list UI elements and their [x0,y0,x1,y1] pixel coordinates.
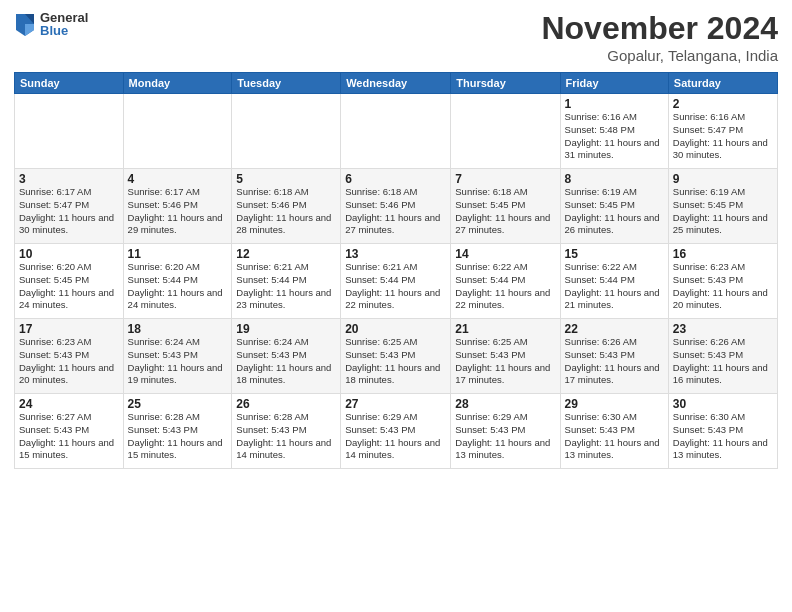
day-info: Sunrise: 6:22 AM Sunset: 5:44 PM Dayligh… [455,261,555,312]
svg-marker-2 [25,24,34,36]
day-number: 28 [455,397,555,411]
calendar-cell: 19Sunrise: 6:24 AM Sunset: 5:43 PM Dayli… [232,319,341,394]
weekday-header-row: SundayMondayTuesdayWednesdayThursdayFrid… [15,73,778,94]
calendar-cell: 8Sunrise: 6:19 AM Sunset: 5:45 PM Daylig… [560,169,668,244]
calendar-cell: 1Sunrise: 6:16 AM Sunset: 5:48 PM Daylig… [560,94,668,169]
day-info: Sunrise: 6:29 AM Sunset: 5:43 PM Dayligh… [345,411,446,462]
day-number: 9 [673,172,773,186]
day-number: 7 [455,172,555,186]
day-info: Sunrise: 6:19 AM Sunset: 5:45 PM Dayligh… [565,186,664,237]
day-number: 23 [673,322,773,336]
calendar-cell: 5Sunrise: 6:18 AM Sunset: 5:46 PM Daylig… [232,169,341,244]
week-row-3: 17Sunrise: 6:23 AM Sunset: 5:43 PM Dayli… [15,319,778,394]
day-number: 6 [345,172,446,186]
day-info: Sunrise: 6:26 AM Sunset: 5:43 PM Dayligh… [565,336,664,387]
day-info: Sunrise: 6:25 AM Sunset: 5:43 PM Dayligh… [345,336,446,387]
day-number: 3 [19,172,119,186]
calendar-cell: 30Sunrise: 6:30 AM Sunset: 5:43 PM Dayli… [668,394,777,469]
logo: General Blue [14,10,88,38]
calendar-cell: 16Sunrise: 6:23 AM Sunset: 5:43 PM Dayli… [668,244,777,319]
day-info: Sunrise: 6:19 AM Sunset: 5:45 PM Dayligh… [673,186,773,237]
day-info: Sunrise: 6:21 AM Sunset: 5:44 PM Dayligh… [345,261,446,312]
day-number: 29 [565,397,664,411]
day-info: Sunrise: 6:21 AM Sunset: 5:44 PM Dayligh… [236,261,336,312]
calendar-cell: 13Sunrise: 6:21 AM Sunset: 5:44 PM Dayli… [341,244,451,319]
day-info: Sunrise: 6:23 AM Sunset: 5:43 PM Dayligh… [673,261,773,312]
week-row-1: 3Sunrise: 6:17 AM Sunset: 5:47 PM Daylig… [15,169,778,244]
day-number: 13 [345,247,446,261]
calendar-cell: 21Sunrise: 6:25 AM Sunset: 5:43 PM Dayli… [451,319,560,394]
weekday-header-monday: Monday [123,73,232,94]
day-number: 21 [455,322,555,336]
title-block: November 2024 Gopalur, Telangana, India [541,10,778,64]
day-number: 27 [345,397,446,411]
week-row-4: 24Sunrise: 6:27 AM Sunset: 5:43 PM Dayli… [15,394,778,469]
calendar-body: 1Sunrise: 6:16 AM Sunset: 5:48 PM Daylig… [15,94,778,469]
calendar-cell: 9Sunrise: 6:19 AM Sunset: 5:45 PM Daylig… [668,169,777,244]
calendar-cell [232,94,341,169]
weekday-header-tuesday: Tuesday [232,73,341,94]
day-info: Sunrise: 6:30 AM Sunset: 5:43 PM Dayligh… [673,411,773,462]
calendar-cell: 14Sunrise: 6:22 AM Sunset: 5:44 PM Dayli… [451,244,560,319]
day-info: Sunrise: 6:18 AM Sunset: 5:45 PM Dayligh… [455,186,555,237]
day-info: Sunrise: 6:20 AM Sunset: 5:44 PM Dayligh… [128,261,228,312]
day-info: Sunrise: 6:23 AM Sunset: 5:43 PM Dayligh… [19,336,119,387]
day-info: Sunrise: 6:27 AM Sunset: 5:43 PM Dayligh… [19,411,119,462]
weekday-header-saturday: Saturday [668,73,777,94]
calendar-cell: 2Sunrise: 6:16 AM Sunset: 5:47 PM Daylig… [668,94,777,169]
day-number: 12 [236,247,336,261]
day-number: 1 [565,97,664,111]
header: General Blue November 2024 Gopalur, Tela… [14,10,778,64]
calendar-cell [15,94,124,169]
day-number: 20 [345,322,446,336]
day-info: Sunrise: 6:30 AM Sunset: 5:43 PM Dayligh… [565,411,664,462]
day-number: 18 [128,322,228,336]
day-info: Sunrise: 6:22 AM Sunset: 5:44 PM Dayligh… [565,261,664,312]
calendar-cell: 24Sunrise: 6:27 AM Sunset: 5:43 PM Dayli… [15,394,124,469]
page: General Blue November 2024 Gopalur, Tela… [0,0,792,612]
day-number: 8 [565,172,664,186]
day-info: Sunrise: 6:24 AM Sunset: 5:43 PM Dayligh… [236,336,336,387]
logo-text: General Blue [40,11,88,37]
logo-icon [14,10,36,38]
calendar-cell: 12Sunrise: 6:21 AM Sunset: 5:44 PM Dayli… [232,244,341,319]
calendar-cell [451,94,560,169]
month-title: November 2024 [541,10,778,47]
day-number: 2 [673,97,773,111]
day-info: Sunrise: 6:20 AM Sunset: 5:45 PM Dayligh… [19,261,119,312]
calendar-cell: 6Sunrise: 6:18 AM Sunset: 5:46 PM Daylig… [341,169,451,244]
day-info: Sunrise: 6:18 AM Sunset: 5:46 PM Dayligh… [236,186,336,237]
day-info: Sunrise: 6:28 AM Sunset: 5:43 PM Dayligh… [128,411,228,462]
location: Gopalur, Telangana, India [541,47,778,64]
day-number: 16 [673,247,773,261]
calendar-cell: 25Sunrise: 6:28 AM Sunset: 5:43 PM Dayli… [123,394,232,469]
day-number: 24 [19,397,119,411]
day-number: 19 [236,322,336,336]
day-info: Sunrise: 6:16 AM Sunset: 5:48 PM Dayligh… [565,111,664,162]
day-number: 15 [565,247,664,261]
calendar-cell: 10Sunrise: 6:20 AM Sunset: 5:45 PM Dayli… [15,244,124,319]
calendar-cell: 20Sunrise: 6:25 AM Sunset: 5:43 PM Dayli… [341,319,451,394]
calendar-cell: 11Sunrise: 6:20 AM Sunset: 5:44 PM Dayli… [123,244,232,319]
day-info: Sunrise: 6:26 AM Sunset: 5:43 PM Dayligh… [673,336,773,387]
logo-blue-text: Blue [40,24,88,37]
calendar: SundayMondayTuesdayWednesdayThursdayFrid… [14,72,778,469]
weekday-header-thursday: Thursday [451,73,560,94]
calendar-cell: 15Sunrise: 6:22 AM Sunset: 5:44 PM Dayli… [560,244,668,319]
day-number: 25 [128,397,228,411]
day-number: 22 [565,322,664,336]
weekday-header-friday: Friday [560,73,668,94]
week-row-0: 1Sunrise: 6:16 AM Sunset: 5:48 PM Daylig… [15,94,778,169]
day-info: Sunrise: 6:16 AM Sunset: 5:47 PM Dayligh… [673,111,773,162]
day-number: 5 [236,172,336,186]
day-info: Sunrise: 6:25 AM Sunset: 5:43 PM Dayligh… [455,336,555,387]
day-info: Sunrise: 6:18 AM Sunset: 5:46 PM Dayligh… [345,186,446,237]
day-number: 10 [19,247,119,261]
day-info: Sunrise: 6:17 AM Sunset: 5:46 PM Dayligh… [128,186,228,237]
day-info: Sunrise: 6:29 AM Sunset: 5:43 PM Dayligh… [455,411,555,462]
calendar-cell: 18Sunrise: 6:24 AM Sunset: 5:43 PM Dayli… [123,319,232,394]
calendar-cell [341,94,451,169]
day-info: Sunrise: 6:24 AM Sunset: 5:43 PM Dayligh… [128,336,228,387]
calendar-cell: 27Sunrise: 6:29 AM Sunset: 5:43 PM Dayli… [341,394,451,469]
calendar-cell [123,94,232,169]
